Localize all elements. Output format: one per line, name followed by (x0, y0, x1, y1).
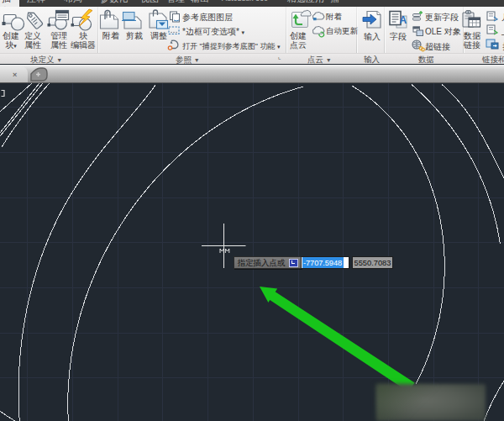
svg-text:A: A (400, 14, 407, 26)
